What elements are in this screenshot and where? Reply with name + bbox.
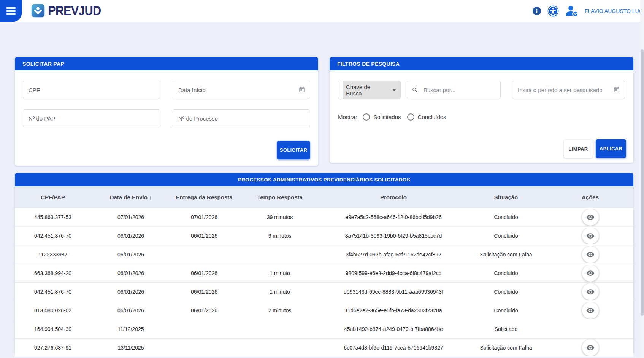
view-details-button[interactable] bbox=[582, 283, 599, 300]
cell-protocolo: 45ab1492-b874-a249-0479-bf7fba8864be bbox=[322, 326, 465, 332]
prevjud-logo-icon bbox=[31, 4, 45, 18]
calendar-icon[interactable] bbox=[298, 86, 305, 93]
col-cpf-pap[interactable]: CPF/PAP bbox=[15, 194, 91, 200]
cell-cpf: 663.368.994-20 bbox=[15, 270, 91, 276]
num-processo-field-box bbox=[173, 109, 310, 127]
col-acoes: Ações bbox=[547, 194, 633, 200]
accessibility-icon[interactable] bbox=[547, 5, 559, 17]
cell-tempo: 1 minuto bbox=[238, 270, 322, 276]
mostrar-group: Mostrar: Solicitados Concluídos bbox=[338, 113, 446, 121]
cell-envio: 06/01/2026 bbox=[91, 251, 171, 258]
user-name[interactable]: FLAVIO AUGUSTO LUCI... bbox=[585, 8, 641, 14]
cell-entrega: 07/01/2026 bbox=[171, 214, 238, 220]
cell-situacao: Concluído bbox=[465, 214, 547, 220]
cell-situacao: Solicitação com Falha bbox=[465, 251, 547, 258]
search-icon bbox=[412, 87, 418, 93]
data-inicio-field-box bbox=[173, 81, 310, 99]
periodo-field-box bbox=[512, 81, 625, 99]
buscar-input[interactable] bbox=[418, 81, 500, 99]
radio-concluidos[interactable]: Concluídos bbox=[407, 113, 446, 121]
cell-protocolo: 3f4b527d-097b-afae-6ef7-162de42cf892 bbox=[322, 251, 465, 258]
cell-entrega: 06/01/2026 bbox=[171, 307, 238, 313]
brand-logo: PREVJUD bbox=[31, 4, 108, 18]
cell-cpf: 042.451.876-70 bbox=[15, 233, 91, 239]
num-processo-input[interactable] bbox=[173, 110, 310, 127]
page-root: PREVJUD bbox=[0, 0, 644, 358]
view-details-button[interactable] bbox=[582, 246, 599, 263]
radio-circle-icon bbox=[407, 113, 414, 121]
scrollbar-thumb[interactable] bbox=[641, 49, 644, 316]
cell-situacao: Solicitado bbox=[465, 326, 547, 332]
cpf-input[interactable] bbox=[23, 81, 160, 99]
solicitar-button[interactable]: SOLICITAR bbox=[277, 141, 310, 159]
aplicar-button[interactable]: APLICAR bbox=[596, 139, 626, 158]
cell-cpf: 013.080.026-02 bbox=[15, 307, 91, 313]
table-row: 027.276.687-91 13/11/2025 6c07a4d8-bf6e-… bbox=[15, 338, 633, 357]
col-protocolo[interactable]: Protocolo bbox=[322, 194, 465, 200]
num-pap-input[interactable] bbox=[23, 110, 160, 127]
mostrar-label: Mostrar: bbox=[338, 114, 359, 120]
info-icon[interactable] bbox=[532, 6, 541, 16]
cell-situacao: Concluído bbox=[465, 289, 547, 295]
cell-tempo: 39 minutos bbox=[238, 214, 322, 220]
cell-protocolo: d093143d-69ec-8883-9b11-aaa69936943f bbox=[322, 289, 465, 295]
topbar-actions: FLAVIO AUGUSTO LUCI... bbox=[532, 0, 641, 22]
view-details-button[interactable] bbox=[582, 339, 599, 356]
cell-cpf: 1122333987 bbox=[15, 251, 91, 258]
menu-button[interactable] bbox=[0, 0, 22, 22]
cell-protocolo: 9809f599-e6e3-2dd9-4cca-6f8c479af2cd bbox=[322, 270, 465, 276]
cell-tempo: 9 minutos bbox=[238, 233, 322, 239]
page-scrollbar[interactable] bbox=[640, 0, 644, 358]
table-row: 663.368.994-20 06/01/2026 06/01/2026 1 m… bbox=[15, 264, 633, 282]
cell-tempo: 1 minuto bbox=[238, 289, 322, 295]
cell-cpf: 042.451.876-70 bbox=[15, 289, 91, 295]
solicitar-pap-panel: SOLICITAR PAP SOLICITAR bbox=[15, 57, 318, 166]
cell-tempo: 2 minutos bbox=[238, 307, 322, 313]
limpar-button[interactable]: LIMPAR bbox=[564, 140, 593, 158]
view-details-button[interactable] bbox=[582, 302, 599, 319]
cell-situacao: Concluído bbox=[465, 307, 547, 313]
filtros-panel: FILTROS DE PESQUISA Chave de Busca bbox=[330, 57, 633, 163]
calendar-icon[interactable] bbox=[613, 86, 620, 93]
col-data-envio[interactable]: Data de Envio↓ bbox=[91, 194, 171, 200]
col-situacao[interactable]: Situação bbox=[465, 194, 547, 200]
cell-entrega: 06/01/2026 bbox=[171, 289, 238, 295]
table-row: 164.994.504-30 11/12/2025 45ab1492-b874-… bbox=[15, 320, 633, 338]
col-entrega[interactable]: Entrega da Resposta bbox=[171, 194, 238, 200]
view-details-button[interactable] bbox=[582, 265, 599, 282]
cell-cpf: 164.994.504-30 bbox=[15, 326, 91, 332]
solicitar-pap-header: SOLICITAR PAP bbox=[15, 57, 318, 70]
sort-desc-icon: ↓ bbox=[149, 194, 152, 200]
col-tempo[interactable]: Tempo Resposta bbox=[238, 194, 322, 200]
cell-envio: 11/12/2025 bbox=[91, 326, 171, 332]
view-details-button[interactable] bbox=[582, 228, 599, 244]
radio-solicitados-label: Solicitados bbox=[373, 114, 401, 120]
processos-table-panel: PROCESSOS ADMINISTRATIVOS PREVIDENCIÁRIO… bbox=[15, 173, 633, 354]
cell-envio: 07/01/2026 bbox=[91, 214, 171, 220]
data-inicio-input[interactable] bbox=[173, 81, 298, 99]
top-app-bar: PREVJUD bbox=[0, 0, 644, 22]
cell-envio: 06/01/2026 bbox=[91, 307, 171, 313]
radio-solicitados[interactable]: Solicitados bbox=[363, 113, 401, 121]
cell-entrega: 06/01/2026 bbox=[171, 270, 238, 276]
cell-situacao: Solicitação com Falha bbox=[465, 345, 547, 351]
brand-title: PREVJUD bbox=[48, 4, 101, 18]
cell-situacao: Concluído bbox=[465, 270, 547, 276]
cell-envio: 06/01/2026 bbox=[91, 289, 171, 295]
periodo-input[interactable] bbox=[512, 81, 613, 99]
table-row: 013.080.026-02 06/01/2026 06/01/2026 2 m… bbox=[15, 301, 633, 320]
cpf-field-box bbox=[23, 81, 160, 99]
cell-entrega: 06/01/2026 bbox=[171, 233, 238, 239]
table-row: 1122333987 06/01/2026 3f4b527d-097b-afae… bbox=[15, 245, 633, 264]
chevron-down-icon bbox=[392, 89, 397, 91]
table-row: 042.451.876-70 06/01/2026 06/01/2026 9 m… bbox=[15, 226, 633, 245]
cell-cpf: 027.276.687-91 bbox=[15, 345, 91, 351]
table-title: PROCESSOS ADMINISTRATIVOS PREVIDENCIÁRIO… bbox=[15, 173, 633, 186]
radio-concluidos-label: Concluídos bbox=[418, 114, 446, 120]
user-menu-icon[interactable] bbox=[565, 5, 579, 18]
chave-de-busca-select[interactable]: Chave de Busca bbox=[338, 81, 401, 99]
table-row: 445.863.377-53 07/01/2026 07/01/2026 39 … bbox=[15, 208, 633, 226]
table-row: 042.451.876-70 06/01/2026 06/01/2026 1 m… bbox=[15, 282, 633, 301]
cell-envio: 06/01/2026 bbox=[91, 270, 171, 276]
view-details-button[interactable] bbox=[582, 209, 599, 226]
